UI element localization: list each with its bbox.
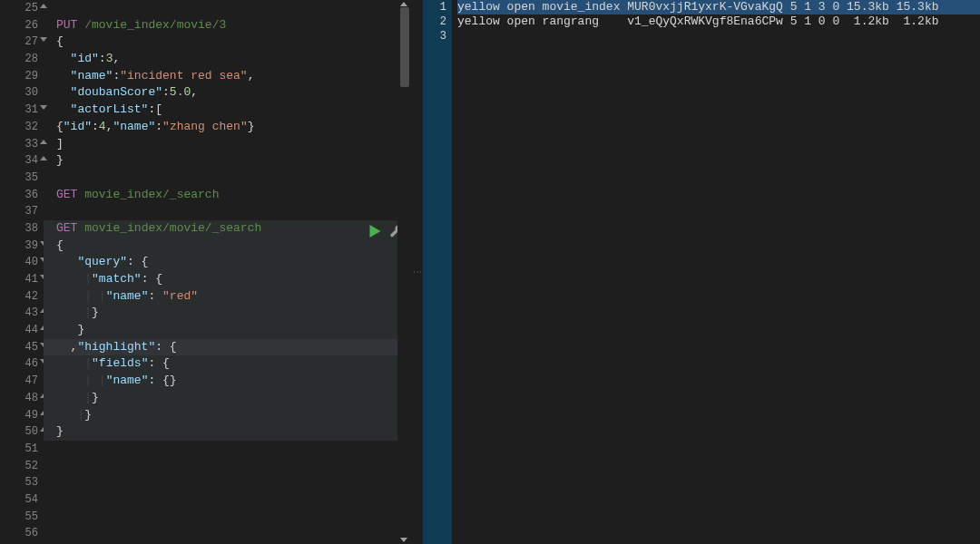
line-number: 25	[0, 0, 38, 17]
line-number: 31	[0, 102, 38, 119]
code-token: GET	[56, 221, 84, 235]
code-line[interactable]	[44, 458, 410, 475]
code-line[interactable]: GET movie_index/_search	[44, 187, 410, 204]
code-token: "name"	[113, 120, 155, 133]
output-line[interactable]: yellow open rangrang v1_eQyQxRWKVgf8Ena6…	[457, 15, 980, 29]
code-token: "doubanScore"	[71, 85, 162, 99]
code-line[interactable]: | |"name": "red"	[44, 288, 410, 306]
line-number: 34	[0, 152, 38, 170]
code-line[interactable]: "name":"incident red sea",	[44, 68, 410, 85]
code-token: :	[155, 120, 162, 133]
code-token: }	[56, 323, 84, 336]
output-line-number: 3	[423, 29, 446, 44]
output-line-number: 2	[423, 15, 446, 29]
line-number: 46	[0, 355, 38, 373]
code-token: "name"	[106, 374, 149, 387]
code-line[interactable]: }	[44, 423, 410, 441]
code-line[interactable]: "id":3,	[44, 51, 410, 68]
code-token: |	[99, 374, 106, 387]
line-number: 30	[0, 84, 38, 102]
code-editor[interactable]: PUT /movie_index/movie/3{ "id":3, "name"…	[44, 0, 410, 544]
code-line[interactable]: "actorList":[	[44, 102, 410, 119]
line-number: 52	[0, 458, 38, 475]
output-line[interactable]	[457, 29, 980, 44]
code-line[interactable]: ]	[44, 136, 410, 153]
line-number: 28	[0, 51, 38, 68]
code-token: "query"	[77, 255, 127, 268]
code-token	[56, 289, 84, 303]
code-line[interactable]	[44, 491, 410, 509]
code-line[interactable]	[44, 203, 410, 220]
code-line[interactable]: GET movie_index/movie/_search	[44, 220, 410, 238]
code-line[interactable]: PUT /movie_index/movie/3	[44, 17, 410, 34]
code-token: |	[84, 374, 99, 387]
run-query-icon[interactable]	[369, 225, 381, 238]
code-token	[56, 408, 77, 422]
line-number: 35	[0, 170, 38, 187]
scroll-up-icon[interactable]	[400, 2, 407, 6]
line-number: 41	[0, 271, 38, 288]
code-line[interactable]: |}	[44, 407, 410, 424]
code-token: /movie_index/movie/3	[84, 18, 226, 32]
code-line[interactable]: |}	[44, 390, 410, 407]
code-token	[56, 272, 84, 286]
editor-left-pane: 2526272829303132333435363738394041424344…	[0, 0, 410, 544]
scroll-down-icon[interactable]	[400, 538, 407, 542]
code-line[interactable]: {"id":4,"name":"zhang chen"}	[44, 119, 410, 136]
code-line[interactable]: |}	[44, 305, 410, 322]
svg-marker-0	[370, 225, 381, 238]
code-token: ]	[56, 137, 64, 151]
line-number: 54	[0, 491, 38, 509]
pane-divider[interactable]: ⋮	[410, 0, 423, 544]
output-right-pane: 123 yellow open movie_index MUR0vxjjR1yx…	[423, 0, 980, 544]
line-number: 26	[0, 17, 38, 34]
code-line[interactable]: }	[44, 322, 410, 339]
code-token: }	[56, 424, 64, 438]
code-line[interactable]	[44, 170, 410, 187]
code-token	[56, 102, 71, 116]
code-line[interactable]: "doubanScore":5.0,	[44, 84, 410, 102]
code-token: |	[84, 306, 92, 319]
code-line[interactable]	[44, 509, 410, 526]
code-line[interactable]: {	[44, 34, 410, 51]
code-token: |	[99, 289, 106, 303]
code-token: |	[84, 391, 92, 404]
line-number: 55	[0, 509, 38, 526]
code-line[interactable]	[44, 0, 410, 17]
code-token: }	[56, 153, 64, 167]
output-area[interactable]: yellow open movie_index MUR0vxjjR1yxrK-V…	[452, 0, 980, 544]
code-line[interactable]: ,"highlight": {	[44, 339, 410, 356]
code-line[interactable]	[44, 525, 410, 542]
code-token: 4	[99, 120, 106, 133]
code-token: "id"	[64, 120, 92, 133]
scrollbar-vertical[interactable]	[397, 0, 410, 544]
line-number: 40	[0, 254, 38, 271]
drag-dots-icon: ⋮	[415, 267, 418, 277]
code-token: "name"	[71, 69, 113, 83]
code-line[interactable]: | |"name": {}	[44, 373, 410, 390]
code-token	[56, 306, 84, 319]
output-line[interactable]: yellow open movie_index MUR0vxjjR1yxrK-V…	[457, 0, 980, 15]
code-line[interactable]	[44, 441, 410, 458]
scroll-thumb[interactable]	[400, 7, 409, 87]
code-token: "highlight"	[77, 340, 155, 354]
line-number: 51	[0, 441, 38, 458]
code-line[interactable]: }	[44, 152, 410, 170]
code-line[interactable]: {	[44, 238, 410, 255]
code-token: "red"	[162, 289, 198, 303]
code-token	[56, 69, 71, 83]
code-token: : {}	[148, 374, 176, 387]
code-token: }	[92, 306, 99, 319]
line-number: 37	[0, 203, 38, 220]
line-number: 36	[0, 187, 38, 204]
code-token: "incident red sea"	[120, 69, 247, 83]
line-number: 56	[0, 525, 38, 542]
code-line[interactable]	[44, 474, 410, 491]
code-line[interactable]: "query": {	[44, 254, 410, 271]
code-line[interactable]: |"fields": {	[44, 355, 410, 373]
code-token: : {	[155, 340, 176, 354]
code-line[interactable]: |"match": {	[44, 271, 410, 288]
code-token: "id"	[71, 52, 99, 65]
code-token: }	[84, 408, 92, 422]
code-token: ,	[248, 69, 255, 83]
